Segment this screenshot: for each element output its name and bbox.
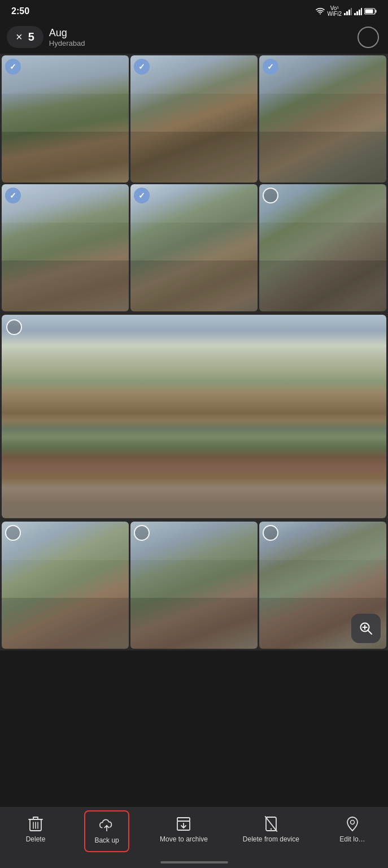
- battery-icon: [364, 8, 377, 15]
- svg-rect-3: [351, 8, 352, 15]
- photo-cell-5[interactable]: [130, 184, 258, 311]
- svg-rect-5: [356, 11, 358, 15]
- delete-device-action[interactable]: Delete from device: [238, 816, 304, 844]
- svg-rect-9: [376, 10, 377, 13]
- status-time: 2:50: [11, 6, 29, 16]
- svg-line-12: [368, 631, 372, 635]
- trash-icon: [28, 816, 43, 832]
- select-indicator-6[interactable]: [263, 188, 278, 203]
- zoom-in-icon: [359, 621, 373, 636]
- photo-cell-2[interactable]: [130, 55, 258, 183]
- delete-device-label: Delete from device: [243, 835, 299, 844]
- svg-rect-2: [348, 10, 350, 15]
- zoom-button[interactable]: [351, 614, 381, 643]
- select-indicator-wide[interactable]: [6, 319, 22, 335]
- nav-indicator: [160, 861, 228, 863]
- select-indicator-8[interactable]: [134, 525, 150, 541]
- select-all-circle[interactable]: [358, 27, 379, 48]
- action-bar: Delete Back up Move to archive: [0, 807, 388, 868]
- select-indicator-1[interactable]: [5, 59, 21, 75]
- wifi-icon: [316, 7, 325, 15]
- photo-grid-top: [0, 54, 388, 313]
- carrier-label: Vo¹WiFi2: [327, 6, 342, 17]
- selection-badge[interactable]: × 5: [7, 26, 43, 48]
- photo-wide-row: [0, 313, 388, 520]
- archive-icon: [176, 816, 191, 832]
- photo-cell-6[interactable]: [259, 184, 386, 311]
- backup-label: Back up: [94, 836, 119, 845]
- header-left: × 5 Aug Hyderabad: [7, 26, 85, 48]
- close-button[interactable]: ×: [16, 31, 23, 44]
- select-indicator-7[interactable]: [5, 525, 21, 541]
- delete-action[interactable]: Delete: [13, 816, 58, 844]
- select-indicator-5[interactable]: [134, 188, 150, 203]
- header-date: Aug: [49, 27, 85, 39]
- photo-cell-7[interactable]: [2, 522, 129, 649]
- select-indicator-4[interactable]: [5, 188, 21, 203]
- photo-cell-8[interactable]: [130, 522, 258, 649]
- cloud-upload-icon: [99, 817, 115, 833]
- photo-cell-3[interactable]: [259, 55, 386, 183]
- svg-rect-0: [344, 13, 346, 15]
- svg-point-29: [271, 828, 272, 830]
- svg-rect-7: [361, 8, 362, 15]
- photo-cell-4[interactable]: [2, 184, 129, 311]
- svg-rect-6: [359, 10, 360, 15]
- svg-rect-10: [365, 10, 373, 14]
- header-subtitle: Hyderabad: [49, 39, 85, 47]
- svg-rect-24: [177, 818, 190, 821]
- device-delete-icon: [263, 816, 279, 832]
- select-indicator-9[interactable]: [263, 525, 278, 541]
- select-indicator-3[interactable]: [263, 59, 278, 75]
- signal-icon-1: [344, 7, 352, 15]
- status-bar: 2:50 Vo¹WiFi2: [0, 0, 388, 23]
- header: × 5 Aug Hyderabad: [0, 23, 388, 54]
- header-title-block: Aug Hyderabad: [49, 27, 85, 47]
- photo-grid-bottom: [0, 520, 388, 650]
- svg-point-30: [350, 821, 354, 824]
- delete-label: Delete: [26, 835, 46, 844]
- edit-location-action[interactable]: Edit lo…: [330, 816, 375, 844]
- archive-action[interactable]: Move to archive: [155, 816, 212, 844]
- selected-count: 5: [28, 31, 34, 44]
- photo-cell-9[interactable]: [259, 522, 386, 649]
- svg-rect-1: [346, 11, 348, 15]
- photo-cell-1[interactable]: [2, 55, 129, 183]
- edit-location-label: Edit lo…: [339, 835, 365, 844]
- status-icons: Vo¹WiFi2: [316, 6, 377, 17]
- archive-label: Move to archive: [160, 835, 208, 844]
- photo-wide-cell[interactable]: [2, 315, 386, 518]
- location-edit-icon: [345, 816, 360, 832]
- select-indicator-2[interactable]: [134, 59, 150, 75]
- backup-action[interactable]: Back up: [84, 810, 129, 852]
- signal-icon-2: [354, 7, 362, 15]
- svg-rect-4: [354, 13, 356, 15]
